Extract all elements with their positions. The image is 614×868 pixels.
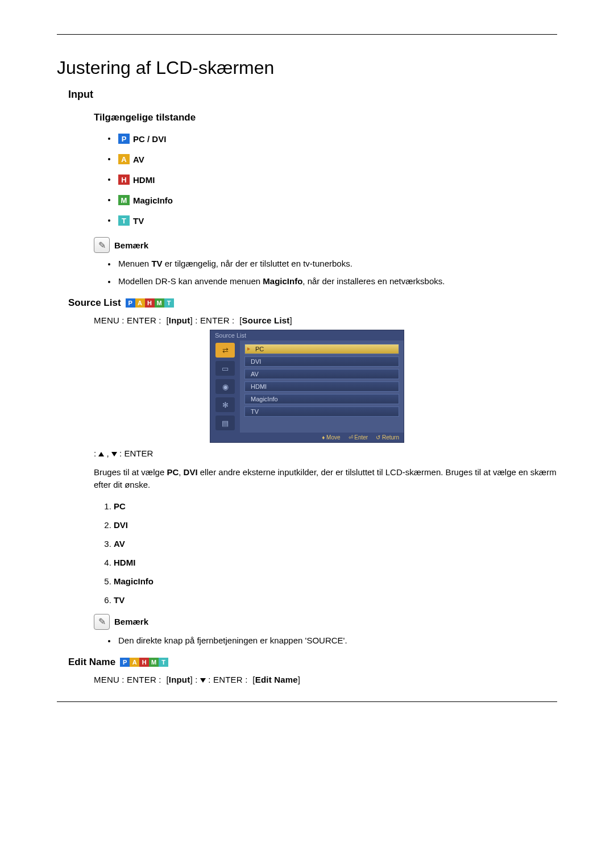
- osd-side-icon-input: ⇄: [215, 343, 235, 358]
- osd-item-magicinfo: MagicInfo: [244, 394, 399, 404]
- osd-side-icon-picture: ▭: [215, 361, 235, 376]
- osd-item-tv: TV: [244, 406, 399, 417]
- subsection-modes: Tilgængelige tilstande: [94, 112, 557, 123]
- badge-a-icon: A: [118, 154, 130, 164]
- menu-path-edit-name: MENU : ENTER : [Input] : : ENTER : [Edit…: [94, 675, 557, 684]
- edit-name-heading: Edit Name P A H M T: [68, 657, 557, 668]
- badge-m-icon: M: [118, 195, 130, 205]
- ol-tv: TV: [114, 595, 557, 605]
- ol-av: AV: [114, 539, 557, 549]
- osd-item-hdmi: HDMI: [244, 381, 399, 392]
- note-2-item: Den direkte knap på fjernbetjeningen er …: [108, 636, 557, 645]
- osd-item-pc: PC: [244, 344, 399, 354]
- badge-h-icon: H: [118, 175, 130, 185]
- badge-strip-icon: P A H M T: [126, 298, 174, 308]
- osd-side-icon-sound: ◉: [215, 379, 235, 394]
- note-1-header: ✎ Bemærk: [94, 237, 557, 253]
- ol-magicinfo: MagicInfo: [114, 576, 557, 586]
- source-list-description: Bruges til at vælge PC, DVI eller andre …: [94, 466, 557, 491]
- badge-t-icon: T: [118, 215, 130, 226]
- note-1-item-b: Modellen DR-S kan anvende menuen MagicIn…: [108, 276, 557, 286]
- mode-av: AAV: [108, 154, 557, 164]
- note-1-item-a: Menuen TV er tilgængelig, når der er til…: [108, 259, 557, 268]
- osd-main: PC DVI AV HDMI MagicInfo TV: [240, 340, 404, 433]
- modes-list: PPC / DVI AAV HHDMI MMagicInfo TTV: [108, 134, 557, 226]
- bottom-rule: [57, 701, 557, 702]
- note-1-list: Menuen TV er tilgængelig, når der er til…: [108, 259, 557, 286]
- note-2-list: Den direkte knap på fjernbetjeningen er …: [108, 636, 557, 645]
- osd-sidebar: ⇄ ▭ ◉ ✻ ▤: [210, 340, 240, 433]
- osd-footer: ♦ Move ⏎ Enter ↺ Return: [210, 433, 404, 442]
- mode-pc-dvi: PPC / DVI: [108, 134, 557, 144]
- ol-hdmi: HDMI: [114, 558, 557, 567]
- triangle-down-icon: [111, 452, 117, 456]
- top-rule: [57, 34, 557, 35]
- source-list-heading: Source List P A H M T: [68, 297, 557, 309]
- note-icon: ✎: [94, 237, 110, 253]
- badge-p-icon: P: [118, 134, 130, 144]
- osd-side-icon-multi: ▤: [215, 416, 235, 430]
- page-title: Justering af LCD-skærmen: [57, 57, 557, 78]
- note-2-header: ✎ Bemærk: [94, 614, 557, 630]
- nav-line: : , : ENTER: [94, 448, 557, 458]
- osd-item-av: AV: [244, 369, 399, 379]
- osd-screenshot: Source List ⇄ ▭ ◉ ✻ ▤ PC DVI AV HDMI Mag…: [210, 330, 404, 443]
- source-numbered-list: PC DVI AV HDMI MagicInfo TV: [102, 501, 557, 605]
- mode-hdmi: HHDMI: [108, 175, 557, 185]
- mode-magicinfo: MMagicInfo: [108, 195, 557, 205]
- section-input: Input: [68, 89, 557, 101]
- osd-side-icon-setup: ✻: [215, 397, 235, 412]
- osd-item-dvi: DVI: [244, 356, 399, 367]
- triangle-up-icon: [98, 452, 104, 456]
- mode-tv: TTV: [108, 215, 557, 226]
- menu-path-source-list: MENU : ENTER : [Input] : ENTER : [Source…: [94, 315, 557, 325]
- note-icon: ✎: [94, 614, 110, 630]
- ol-dvi: DVI: [114, 520, 557, 530]
- ol-pc: PC: [114, 501, 557, 511]
- triangle-down-icon: [200, 678, 206, 683]
- badge-strip-icon: P A H M T: [120, 658, 168, 667]
